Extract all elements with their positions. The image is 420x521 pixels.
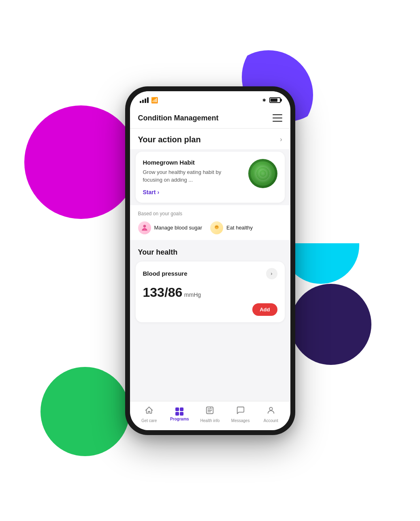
svg-point-0 <box>143 225 146 227</box>
goals-label: Based on your goals <box>138 211 282 217</box>
action-plan-chevron-icon: › <box>280 136 282 143</box>
programs-label: Programs <box>170 417 189 421</box>
status-right: ∗ <box>262 97 281 103</box>
get-care-label: Get care <box>141 418 157 423</box>
habit-image <box>248 159 277 188</box>
health-section-title: Your health <box>138 248 178 256</box>
bp-card-header: Blood pressure › <box>143 268 277 279</box>
health-info-label: Health info <box>200 418 220 423</box>
habit-title: Homegrown Habit <box>143 159 242 166</box>
bottom-navigation: Get care Programs <box>130 401 290 430</box>
svg-point-2 <box>215 225 219 229</box>
habit-text: Homegrown Habit Grow your healthy eating… <box>143 159 242 195</box>
eat-healthy-label: Eat healthy <box>226 225 253 231</box>
home-icon <box>145 406 154 417</box>
programs-icon <box>175 407 183 416</box>
account-icon <box>266 406 275 417</box>
bg-green-shape <box>41 367 130 456</box>
bp-unit: mmHg <box>184 292 201 298</box>
goal-eat-healthy[interactable]: Eat healthy <box>210 221 253 234</box>
goals-row: Manage blood sugar Eat healthy <box>138 221 282 234</box>
start-chevron-icon: › <box>157 189 159 195</box>
health-info-icon <box>205 406 214 417</box>
svg-rect-1 <box>144 228 145 231</box>
bp-add-button[interactable]: Add <box>252 303 277 316</box>
blood-sugar-icon <box>138 221 151 234</box>
habit-card: Homegrown Habit Grow your healthy eating… <box>136 152 285 203</box>
goal-blood-sugar[interactable]: Manage blood sugar <box>138 221 203 234</box>
start-button[interactable]: Start › <box>143 189 242 195</box>
blood-sugar-label: Manage blood sugar <box>154 225 203 231</box>
bg-dark-purple-shape <box>290 284 371 365</box>
nav-item-programs[interactable]: Programs <box>168 407 191 421</box>
bg-magenta-shape <box>24 105 138 219</box>
phone-outer: 📶 ∗ Condition Management <box>125 86 295 435</box>
battery-icon <box>269 97 281 103</box>
phone-wrapper: 📶 ∗ Condition Management <box>125 86 295 435</box>
health-section: Your health Blood pressure › 133/86 mmHg… <box>130 242 290 322</box>
status-bar: 📶 ∗ <box>130 91 290 109</box>
health-section-header: Your health <box>130 242 290 260</box>
action-plan-title: Your action plan <box>138 135 201 144</box>
nav-item-messages[interactable]: Messages <box>229 406 252 423</box>
bp-action-row: Add <box>143 303 277 316</box>
svg-point-4 <box>269 407 272 410</box>
messages-label: Messages <box>231 418 250 423</box>
bp-chevron-button[interactable]: › <box>266 268 277 279</box>
bp-reading: 133/86 mmHg <box>143 285 277 300</box>
habit-description: Grow your healthy eating habit by focusi… <box>143 168 242 184</box>
page-title: Condition Management <box>138 114 219 122</box>
nav-item-health-info[interactable]: Health info <box>198 406 221 423</box>
top-navigation: Condition Management <box>130 109 290 129</box>
bluetooth-icon: ∗ <box>262 97 266 103</box>
nav-item-get-care[interactable]: Get care <box>138 406 160 423</box>
phone-screen: 📶 ∗ Condition Management <box>130 91 290 430</box>
status-left: 📶 <box>140 97 158 103</box>
account-label: Account <box>264 418 278 423</box>
main-content: Your action plan › Homegrown Habit Grow … <box>130 129 290 401</box>
messages-icon <box>236 406 245 417</box>
eat-healthy-icon <box>210 221 223 234</box>
blood-pressure-card: Blood pressure › 133/86 mmHg Add <box>136 262 285 322</box>
signal-icon <box>140 97 149 103</box>
menu-button[interactable] <box>273 114 282 122</box>
bp-value: 133/86 <box>143 285 183 300</box>
action-plan-header[interactable]: Your action plan › <box>130 129 290 149</box>
nav-item-account[interactable]: Account <box>260 406 282 423</box>
goals-section: Based on your goals Mana <box>130 205 290 240</box>
bp-title: Blood pressure <box>143 270 188 277</box>
wifi-icon: 📶 <box>151 97 158 103</box>
